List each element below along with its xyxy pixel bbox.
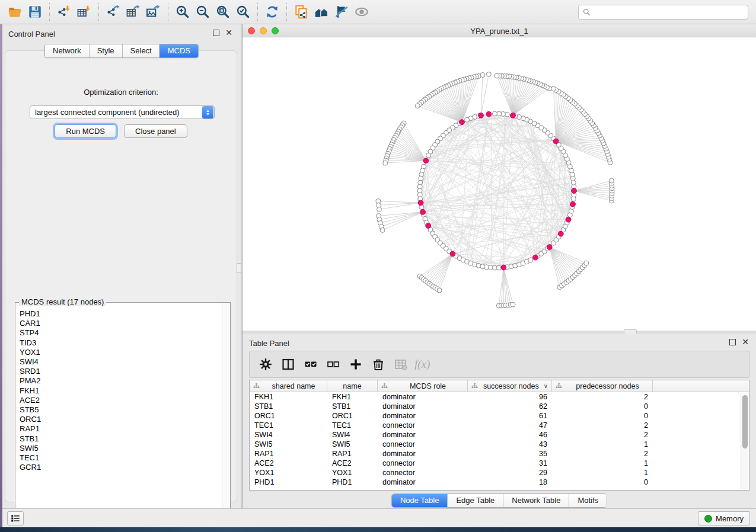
mcds-result-item[interactable]: ORC1 [20, 415, 222, 424]
save-session-button[interactable] [25, 2, 45, 21]
mcds-list-scrollbar[interactable] [222, 303, 229, 521]
table-scrollbar-thumb[interactable] [742, 395, 748, 448]
network-graph [243, 37, 756, 331]
cell-shared-name: TEC1 [250, 421, 327, 430]
tab-select[interactable]: Select [122, 44, 160, 57]
mcds-result-list[interactable]: PHD1CAR1STP4TID3YOX1SWI4SRD1PMA2FKH1ACE2… [16, 305, 222, 521]
zoom-in-icon [175, 4, 190, 20]
close-panel-icon[interactable]: ✕ [225, 30, 232, 36]
table-row[interactable]: SWI5SWI5connector431 [250, 440, 749, 449]
tab-style[interactable]: Style [89, 44, 122, 57]
delete-column-button[interactable] [367, 353, 390, 376]
cell-successor-nodes: 46 [468, 430, 552, 440]
export-image-button[interactable] [143, 2, 164, 21]
mcds-result-item[interactable]: PHD1 [20, 309, 222, 319]
mcds-result-item[interactable]: SWI5 [20, 444, 222, 453]
table-tabs: Node TableEdge TableNetwork TableMotifs [391, 493, 607, 508]
export-table-button[interactable] [123, 2, 143, 21]
show-hidden-button[interactable] [352, 2, 372, 21]
settings-gear-button[interactable] [254, 353, 277, 376]
table-row[interactable]: ACE2ACE2connector311 [250, 459, 749, 468]
zoom-fit-icon [215, 4, 231, 20]
run-mcds-button[interactable]: Run MCDS [55, 124, 116, 138]
import-network-button[interactable] [54, 2, 74, 21]
zoom-fit-button[interactable] [213, 2, 233, 21]
column-header-MCDS-role[interactable]: MCDS role [378, 380, 468, 392]
node-table: shared namenameMCDS rolesuccessor nodes∨… [249, 380, 749, 491]
tab-node-table[interactable]: Node Table [392, 494, 448, 507]
mcds-result-item[interactable]: GCR1 [20, 463, 222, 472]
table-row[interactable]: RAP1RAP1dominator352 [250, 449, 749, 459]
search-input[interactable] [591, 6, 748, 18]
mcds-result-item[interactable]: PMA2 [20, 376, 222, 386]
refresh-view-button[interactable] [262, 2, 282, 21]
tab-network[interactable]: Network [45, 44, 89, 57]
column-label: shared name [260, 382, 327, 390]
cell-predecessor-nodes: 0 [552, 402, 653, 411]
tab-mcds[interactable]: MCDS [160, 44, 198, 57]
mcds-result-item[interactable]: STB1 [20, 434, 222, 444]
tab-motifs[interactable]: Motifs [569, 494, 607, 507]
vertical-splitter-handle[interactable] [237, 263, 241, 273]
table-row[interactable]: TEC1TEC1connector472 [250, 421, 749, 430]
mcds-result-item[interactable]: YOX1 [20, 348, 222, 357]
cell-predecessor-nodes: 1 [552, 468, 653, 477]
mcds-result-item[interactable]: TID3 [20, 338, 222, 348]
tab-edge-table[interactable]: Edge Table [447, 494, 503, 507]
close-table-panel-icon[interactable]: ✕ [742, 339, 749, 345]
column-header-successor-nodes[interactable]: successor nodes∨ [468, 380, 552, 392]
mcds-result-item[interactable]: SRD1 [20, 367, 222, 376]
network-canvas[interactable] [243, 37, 756, 331]
optimization-dropdown[interactable]: largest connected component (undirected)… [30, 105, 215, 119]
network-titlebar[interactable]: YPA_prune.txt_1 [243, 24, 756, 37]
table-row[interactable]: FKH1FKH1dominator962 [250, 392, 749, 402]
cell-name: SWI5 [327, 440, 378, 449]
table-header-row: shared namenameMCDS rolesuccessor nodes∨… [250, 380, 749, 392]
close-panel-button[interactable]: Close panel [124, 124, 187, 138]
cell-successor-nodes: 29 [468, 468, 552, 477]
mcds-result-item[interactable]: FKH1 [20, 386, 222, 396]
toolbar-separator [49, 3, 50, 21]
save-session-icon [27, 4, 43, 20]
table-row[interactable]: STB1STB1dominator620 [250, 402, 749, 411]
cell-shared-name: SWI5 [250, 440, 327, 449]
memory-button[interactable]: Memory [698, 511, 750, 525]
export-network-button[interactable] [103, 2, 123, 21]
tab-network-table[interactable]: Network Table [503, 494, 569, 507]
float-panel-icon[interactable] [213, 30, 219, 36]
zoom-in-button[interactable] [173, 2, 193, 21]
mcds-result-item[interactable]: TEC1 [20, 453, 222, 463]
mcds-result-item[interactable]: CAR1 [20, 319, 222, 328]
show-panels-button[interactable] [7, 511, 24, 525]
mcds-result-item[interactable]: RAP1 [20, 424, 222, 434]
mcds-result-item[interactable]: SWI4 [20, 357, 222, 367]
table-row[interactable]: ORC1ORC1dominator610 [250, 411, 749, 421]
table-row[interactable]: PHD1PHD1dominator180 [250, 477, 749, 487]
add-column-button[interactable] [344, 353, 367, 376]
open-session-button[interactable] [5, 2, 25, 21]
column-header-predecessor-nodes[interactable]: predecessor nodes [552, 380, 653, 392]
table-row[interactable]: YOX1YOX1connector291 [250, 468, 749, 477]
column-header-name[interactable]: name [327, 380, 378, 392]
table-scrollbar[interactable] [741, 393, 748, 489]
zoom-selected-button[interactable] [233, 2, 253, 21]
cell-MCDS-role: connector [378, 459, 468, 468]
search-field[interactable] [578, 5, 748, 20]
select-all-button[interactable] [299, 353, 322, 376]
zoom-out-button[interactable] [193, 2, 213, 21]
sort-desc-icon: ∨ [544, 383, 548, 389]
column-header-shared-name[interactable]: shared name [250, 380, 327, 392]
cell-successor-nodes: 62 [468, 402, 552, 411]
clone-network-button[interactable] [291, 2, 311, 21]
mcds-result-item[interactable]: ACE2 [20, 396, 222, 405]
import-table-button[interactable] [74, 2, 94, 21]
mcds-result-item[interactable]: STB5 [20, 405, 222, 415]
float-table-panel-icon[interactable] [729, 339, 736, 345]
deselect-all-button[interactable] [322, 353, 344, 376]
cell-predecessor-nodes: 2 [552, 421, 653, 430]
table-row[interactable]: SWI4SWI4dominator462 [250, 430, 749, 440]
split-panel-button[interactable] [277, 353, 299, 376]
hide-selected-button[interactable] [331, 2, 352, 21]
first-neighbors-button[interactable] [311, 2, 331, 21]
mcds-result-item[interactable]: STP4 [20, 328, 222, 338]
